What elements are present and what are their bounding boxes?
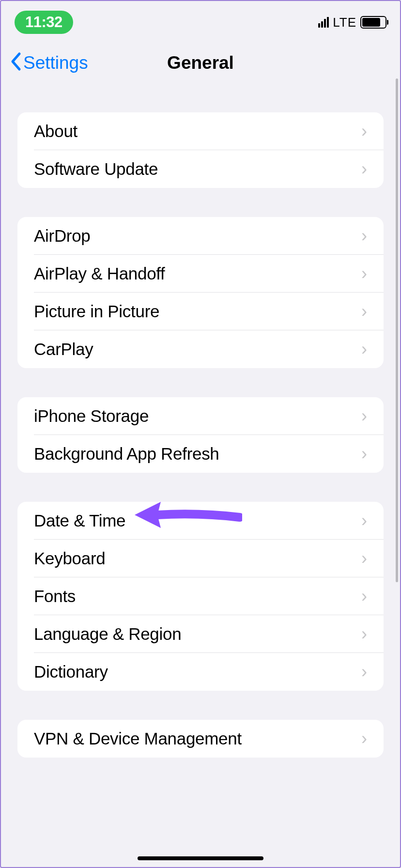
chevron-right-icon: › [361, 662, 367, 682]
chevron-right-icon: › [361, 624, 367, 644]
row-date-time[interactable]: Date & Time › [17, 502, 384, 540]
chevron-right-icon: › [361, 264, 367, 284]
nav-header: Settings General [0, 44, 401, 82]
row-carplay[interactable]: CarPlay › [17, 330, 384, 368]
chevron-right-icon: › [361, 301, 367, 322]
row-label: Date & Time [34, 511, 125, 530]
row-background-app-refresh[interactable]: Background App Refresh › [17, 435, 384, 473]
row-label: Picture in Picture [34, 302, 159, 321]
row-fonts[interactable]: Fonts › [17, 577, 384, 615]
chevron-right-icon: › [361, 444, 367, 464]
back-label: Settings [23, 53, 88, 73]
status-indicators: LTE [318, 15, 386, 30]
row-keyboard[interactable]: Keyboard › [17, 540, 384, 577]
page-title: General [167, 53, 234, 73]
row-dictionary[interactable]: Dictionary › [17, 653, 384, 691]
row-picture-in-picture[interactable]: Picture in Picture › [17, 293, 384, 330]
settings-group: About › Software Update › [17, 112, 384, 188]
settings-group: iPhone Storage › Background App Refresh … [17, 397, 384, 473]
row-language-region[interactable]: Language & Region › [17, 615, 384, 653]
chevron-right-icon: › [361, 548, 367, 569]
chevron-right-icon: › [361, 339, 367, 359]
scroll-indicator [396, 78, 398, 582]
status-bar: 11:32 LTE [0, 8, 401, 37]
row-label: Dictionary [34, 662, 108, 682]
chevron-right-icon: › [361, 406, 367, 426]
row-label: Software Update [34, 159, 158, 179]
row-label: iPhone Storage [34, 406, 149, 426]
home-indicator[interactable] [138, 856, 263, 860]
row-label: Keyboard [34, 549, 105, 568]
row-label: About [34, 122, 77, 141]
row-airdrop[interactable]: AirDrop › [17, 217, 384, 255]
signal-icon [318, 17, 329, 28]
settings-content: About › Software Update › AirDrop › AirP… [0, 112, 401, 758]
row-label: VPN & Device Management [34, 729, 242, 748]
chevron-left-icon [10, 52, 21, 75]
chevron-right-icon: › [361, 159, 367, 179]
row-about[interactable]: About › [17, 112, 384, 150]
row-vpn-device-management[interactable]: VPN & Device Management › [17, 720, 384, 758]
row-label: AirPlay & Handoff [34, 264, 165, 283]
row-label: Background App Refresh [34, 444, 219, 464]
row-label: CarPlay [34, 340, 93, 359]
chevron-right-icon: › [361, 511, 367, 531]
chevron-right-icon: › [361, 226, 367, 246]
back-button[interactable]: Settings [10, 52, 88, 75]
status-time: 11:32 [25, 14, 62, 31]
settings-group: Date & Time › Keyboard › Fonts › Languag… [17, 502, 384, 691]
row-airplay-handoff[interactable]: AirPlay & Handoff › [17, 255, 384, 293]
settings-group: AirDrop › AirPlay & Handoff › Picture in… [17, 217, 384, 368]
chevron-right-icon: › [361, 728, 367, 749]
row-label: Language & Region [34, 624, 181, 644]
row-software-update[interactable]: Software Update › [17, 150, 384, 188]
row-label: AirDrop [34, 226, 91, 246]
row-label: Fonts [34, 587, 76, 606]
settings-group: VPN & Device Management › [17, 720, 384, 758]
chevron-right-icon: › [361, 121, 367, 141]
network-label: LTE [333, 15, 356, 30]
time-pill[interactable]: 11:32 [15, 11, 73, 34]
row-iphone-storage[interactable]: iPhone Storage › [17, 397, 384, 435]
chevron-right-icon: › [361, 586, 367, 606]
battery-icon [360, 16, 386, 29]
